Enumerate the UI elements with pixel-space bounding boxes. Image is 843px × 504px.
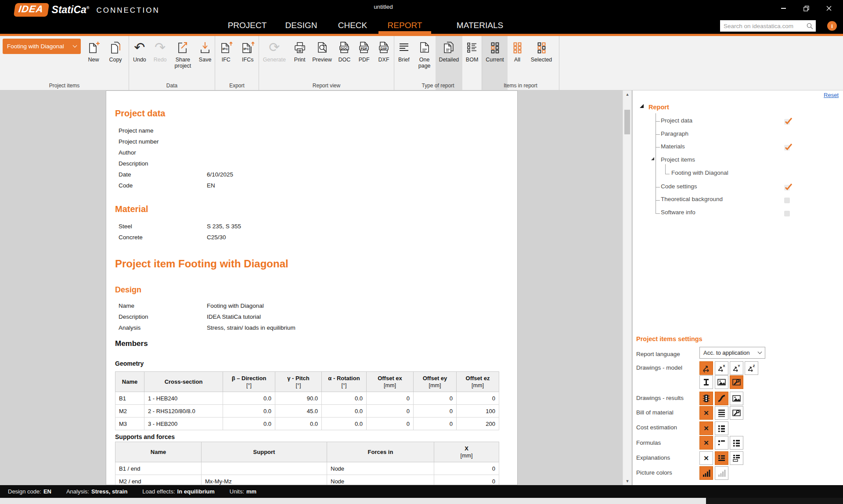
search-box (720, 20, 816, 32)
tab-report[interactable]: REPORT (388, 21, 422, 30)
reset-link[interactable]: Reset (824, 92, 839, 98)
explanations-none-button[interactable]: ✕ (699, 451, 713, 465)
scroll-up-icon[interactable]: ▲ (623, 90, 632, 98)
tree-item-materials[interactable]: Materials (661, 143, 685, 150)
tree-item-paragraph[interactable]: Paragraph (661, 130, 688, 137)
tree-tick (665, 174, 670, 174)
search-input[interactable] (724, 23, 807, 29)
chevron-down-icon (758, 350, 762, 354)
bom-lines-button[interactable] (715, 406, 728, 420)
tree-tick (656, 200, 660, 201)
tab-design[interactable]: DESIGN (285, 21, 317, 30)
tab-check[interactable]: CHECK (338, 21, 367, 30)
project-item-dropdown[interactable]: Footing with Diagonal (3, 39, 81, 54)
save-button[interactable]: Save (195, 36, 215, 90)
brief-button[interactable]: Brief (394, 36, 414, 90)
copy-button[interactable]: Copy (104, 36, 126, 90)
explanations-extended-button[interactable] (730, 451, 743, 465)
ribbon: Footing with Diagonal New (0, 36, 843, 90)
tree-tick (656, 147, 660, 148)
detailed-button[interactable]: Detailed (436, 36, 463, 90)
axis-iso-button[interactable] (699, 361, 713, 375)
minimize-button[interactable] (772, 2, 795, 15)
tree-item-theoretical-background[interactable]: Theoretical background (661, 196, 723, 202)
results-stress-button[interactable] (715, 392, 728, 405)
colors-on-button[interactable] (699, 466, 713, 480)
section-view-button[interactable] (699, 375, 713, 389)
report-language-dropdown[interactable]: Acc. to application (699, 347, 765, 359)
search-icon[interactable] (807, 23, 813, 29)
doc-export-button[interactable]: DOC DOC (334, 36, 354, 90)
ifc-export-button[interactable]: IFC IFC (215, 36, 237, 90)
field-value (207, 147, 500, 158)
preview-button[interactable]: Preview (310, 36, 335, 90)
restore-button[interactable] (795, 2, 818, 15)
scrollbar-thumb[interactable] (624, 110, 630, 134)
current-items-icon (488, 39, 502, 56)
axis-z-button[interactable]: Z (745, 361, 758, 375)
results-check-button[interactable] (699, 392, 713, 405)
explanations-list-button[interactable] (715, 451, 728, 465)
print-button[interactable]: Print (290, 36, 310, 90)
results-picture-button[interactable] (730, 392, 743, 405)
field-value: S 235, S 355 (207, 221, 500, 232)
picture-icon (732, 394, 741, 403)
expander-icon[interactable] (651, 157, 654, 160)
tree-tick (656, 121, 660, 122)
all-button[interactable]: All (508, 36, 527, 90)
expander-icon[interactable] (640, 104, 644, 108)
ifcs-export-button[interactable]: IFC IFCs (237, 36, 259, 90)
tree-item-project-data[interactable]: Project data (661, 117, 692, 124)
axis-x-button[interactable]: X (715, 361, 728, 375)
colors-grayscale-button[interactable] (715, 466, 728, 480)
tree-item-report[interactable]: Report (648, 104, 669, 111)
tab-materials[interactable]: MATERIALS (457, 21, 503, 30)
table-title-geometry: Geometry (115, 360, 500, 367)
field-label: Description (119, 311, 207, 322)
redo-button[interactable]: ↷ Redo (150, 36, 170, 90)
checkbox-checked-icon[interactable] (784, 117, 793, 125)
window-title: untitled (374, 4, 393, 10)
info-icon: i (831, 23, 833, 29)
close-button[interactable] (818, 2, 840, 15)
formulas-full-button[interactable] (730, 436, 743, 450)
checkbox-checked-icon[interactable] (784, 143, 793, 151)
tree-item-code-settings[interactable]: Code settings (661, 183, 697, 190)
checkbox-checked-icon[interactable] (784, 183, 793, 191)
dxf-export-button[interactable]: DXF DXF (374, 36, 394, 90)
axis-y-button[interactable]: Y (730, 361, 743, 375)
drawings-model-label: Drawings - model (636, 364, 682, 371)
document-scrollbar[interactable]: ▲ ▼ (623, 90, 631, 485)
tab-project[interactable]: PROJECT (228, 21, 267, 30)
drawing-picture-button[interactable] (715, 375, 728, 389)
formulas-none-button[interactable]: ✕ (699, 436, 713, 450)
print-icon (293, 39, 307, 56)
info-button[interactable]: i (827, 21, 837, 31)
pdf-export-button[interactable]: PDF PDF (354, 36, 374, 90)
save-icon (198, 39, 212, 56)
cost-none-button[interactable]: ✕ (699, 421, 713, 435)
bom-picture-wrench-button[interactable] (730, 406, 743, 420)
bom-button[interactable]: BOM (462, 36, 482, 90)
formulas-short-button[interactable] (715, 436, 728, 450)
scroll-down-icon[interactable]: ▼ (623, 477, 632, 485)
cost-table-button[interactable] (715, 421, 728, 435)
bom-none-button[interactable]: ✕ (699, 406, 713, 420)
checkbox-unchecked-icon[interactable] (784, 210, 793, 217)
one-page-button[interactable]: One page (414, 36, 436, 90)
selected-items-icon (534, 39, 548, 56)
checkbox-unchecked-icon[interactable] (784, 197, 793, 204)
ribbon-group-items-in-report: Current All (482, 36, 559, 90)
title-bar: IDEA StatiCa® CONNECTION untitled PROJEC… (0, 0, 843, 36)
selected-button[interactable]: Selected (527, 36, 556, 90)
share-project-button[interactable]: Share project (170, 36, 196, 90)
tree-item-footing-with-diagonal[interactable]: Footing with Diagonal (671, 169, 728, 176)
current-button[interactable]: Current (482, 36, 508, 90)
undo-button[interactable]: ↶ Undo (129, 36, 150, 90)
drawing-picture-wrench-button[interactable] (730, 375, 743, 389)
tree-item-software-info[interactable]: Software info (661, 209, 695, 216)
generate-button[interactable]: ⟳ Generate (259, 36, 290, 90)
table-row: M22 - RHS120/80/8.0 0.045.0 0.00 0100 (115, 405, 499, 418)
tree-item-project-items[interactable]: Project items (661, 156, 695, 163)
new-button[interactable]: New (83, 36, 104, 90)
